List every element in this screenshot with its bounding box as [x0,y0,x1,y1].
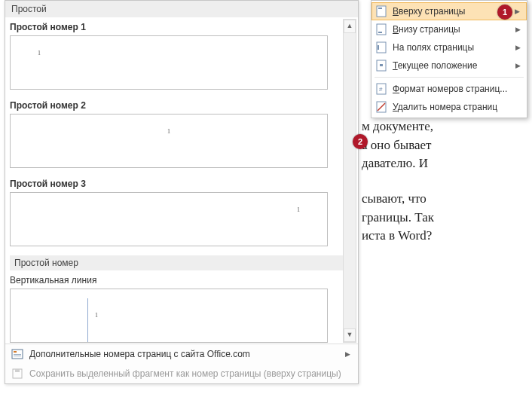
menu-label: Удалить номера страниц [393,102,497,112]
save-icon [11,368,23,380]
save-selection-button: Сохранить выделенный фрагмент как номер … [5,364,358,383]
gallery-item-preview-vline[interactable]: 1 [10,289,328,343]
gallery-body: Простой номер 1 1 Простой номер 2 1 Прос… [5,17,358,344]
more-from-office-label: Дополнительные номера страниц с сайта Of… [29,349,250,359]
svg-rect-13 [380,64,383,66]
save-selection-label: Сохранить выделенный фрагмент как номер … [29,368,341,379]
more-from-office-button[interactable]: Дополнительные номера страниц с сайта Of… [5,344,358,364]
menu-current-position[interactable]: Текущее положение ▶ [371,56,527,75]
gallery-item-label: Простой номер 1 [10,20,353,35]
page-bottom-icon [375,23,388,36]
gallery-item-label: Простой номер 3 [10,177,353,192]
menu-page-margins[interactable]: На полях страницы ▶ [371,38,527,56]
svg-rect-5 [15,369,20,372]
gallery-item-label: Вертикальная линия [10,273,353,289]
page-margin-icon [375,41,388,54]
menu-label: Внизу страницы [393,24,460,35]
page-number-gallery: Простой Простой номер 1 1 Простой номер … [5,0,359,384]
chevron-right-icon: ▶ [345,350,350,358]
scroll-up-icon[interactable]: ▲ [344,20,356,33]
gallery-footer: Дополнительные номера страниц с сайта Of… [5,344,358,383]
chevron-right-icon: ▶ [515,26,521,33]
format-icon: # [375,82,388,96]
remove-icon [375,100,388,114]
svg-rect-1 [14,351,17,353]
menu-remove-numbers[interactable]: Удалить номера страниц [371,98,527,116]
gallery-item-preview-1[interactable]: 1 [10,35,328,90]
menu-label: Вверху страницы [393,6,465,17]
svg-rect-11 [378,45,379,50]
chevron-right-icon: ▶ [515,8,520,15]
annotation-marker-2: 2 [353,134,368,149]
annotation-marker-1: 1 [497,5,512,20]
gallery-section-plain: Простой номер [10,255,350,270]
gallery-item-label: Простой номер 2 [10,99,353,114]
chevron-right-icon: ▶ [515,44,521,51]
gallery-section-simple: Простой [5,1,358,17]
scroll-down-icon[interactable]: ▼ [344,328,356,342]
gallery-item-preview-2[interactable]: 1 [10,114,328,168]
scroll-track[interactable] [344,33,356,328]
menu-bottom-of-page[interactable]: Внизу страницы ▶ [371,20,527,38]
svg-rect-3 [14,356,21,356]
menu-format-numbers[interactable]: # Формат номеров страниц... [371,80,527,98]
page-current-icon [375,59,388,72]
svg-rect-9 [378,32,382,33]
page-top-icon [375,5,388,18]
svg-rect-7 [378,8,382,9]
menu-label: Текущее положение [393,60,477,71]
menu-label: На полях страницы [393,42,474,53]
svg-rect-2 [14,354,21,355]
menu-label: Формат номеров страниц... [393,84,507,94]
svg-text:#: # [379,86,383,93]
office-icon [11,348,23,360]
chevron-right-icon: ▶ [515,62,521,69]
gallery-scrollbar[interactable]: ▲ ▼ [343,19,356,343]
gallery-item-preview-3[interactable]: 1 [10,192,328,246]
document-body-text: м документе, а оно бывает давателю. И сы… [362,118,512,246]
menu-separator [375,77,524,78]
